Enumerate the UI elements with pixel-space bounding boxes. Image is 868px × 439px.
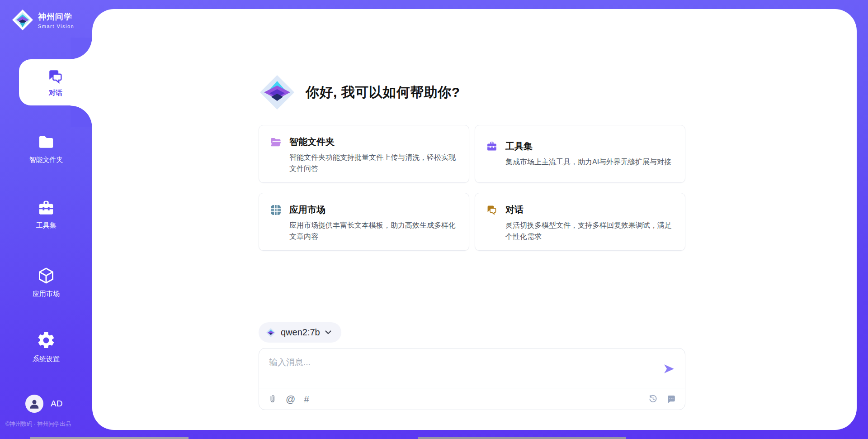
sidebar-item-label: 对话 [49, 89, 62, 97]
send-button[interactable] [663, 363, 675, 375]
card-smart-folder[interactable]: 智能文件夹 智能文件夹功能支持批量文件上传与清洗，轻松实现文件问答 [259, 125, 469, 183]
brand-text: 神州问学 Smart Vision [38, 11, 74, 29]
feature-cards: 智能文件夹 智能文件夹功能支持批量文件上传与清洗，轻松实现文件问答 工具集 集成… [259, 125, 685, 251]
sidebar-item-label: 应用市场 [33, 290, 60, 298]
sidebar-item-smart-folder[interactable]: 智能文件夹 [0, 133, 92, 164]
greeting-title: 你好, 我可以如何帮助你? [306, 83, 460, 102]
paperclip-icon [268, 394, 277, 404]
hashtag-button[interactable]: # [304, 394, 309, 405]
sidebar-item-label: 系统设置 [33, 355, 60, 363]
folder-icon [37, 133, 56, 151]
card-description: 灵活切换多模型文件，支持多样回复效果调试，满足个性化需求 [505, 220, 674, 243]
greeting: 你好, 我可以如何帮助你? [259, 73, 460, 111]
composer-toolbar: @ # [259, 388, 685, 410]
sidebar-item-settings[interactable]: 系统设置 [0, 330, 92, 363]
attachment-button[interactable] [268, 394, 277, 404]
folder-open-icon [270, 136, 282, 148]
history-button[interactable] [648, 394, 658, 404]
mention-icon: @ [286, 394, 295, 405]
card-toolbox[interactable]: 工具集 集成市场上主流工具，助力AI与外界无缝扩展与对接 [475, 125, 685, 183]
card-title: 应用市场 [289, 204, 326, 216]
history-icon [648, 394, 658, 404]
toolbox-icon [486, 140, 498, 152]
cube-icon [37, 266, 56, 285]
bottom-edge-strip [418, 437, 626, 439]
hashtag-icon: # [304, 394, 309, 405]
send-icon [663, 363, 675, 375]
composer: @ # [259, 348, 685, 410]
sidebar: 神州问学 Smart Vision 对话 智能文件夹 工具集 [0, 0, 92, 439]
toolbox-icon [37, 199, 56, 217]
card-title: 智能文件夹 [289, 136, 335, 148]
sidebar-item-toolbox[interactable]: 工具集 [0, 199, 92, 230]
brand-logo: 神州问学 Smart Vision [12, 9, 74, 31]
user-name: AD [51, 399, 62, 409]
card-chat[interactable]: 对话 灵活切换多模型文件，支持多样回复效果调试，满足个性化需求 [475, 193, 685, 251]
message-input[interactable] [259, 348, 685, 387]
main-panel: 你好, 我可以如何帮助你? 智能文件夹 智能文件夹功能支持批量文件上传与清洗，轻… [92, 9, 857, 430]
chat-icon [47, 68, 64, 85]
card-description: 智能文件夹功能支持批量文件上传与清洗，轻松实现文件问答 [289, 152, 458, 175]
comment-icon [666, 394, 676, 404]
tab-curve-top [71, 38, 92, 59]
card-app-market[interactable]: 应用市场 应用市场提供丰富长文本模板，助力高效生成多样化文章内容 [259, 193, 469, 251]
sidebar-item-label: 工具集 [36, 221, 57, 230]
bottom-edge-strip [30, 437, 189, 439]
model-selector[interactable]: qwen2:7b [259, 322, 341, 343]
card-description: 集成市场上主流工具，助力AI与外界无缝扩展与对接 [505, 157, 674, 168]
avatar [25, 395, 43, 413]
comment-button[interactable] [666, 394, 676, 404]
sidebar-item-chat[interactable]: 对话 [19, 59, 92, 105]
model-logo-icon [266, 328, 276, 338]
tab-curve-bottom [71, 105, 92, 127]
card-description: 应用市场提供丰富长文本模板，助力高效生成多样化文章内容 [289, 220, 458, 243]
model-name: qwen2:7b [281, 327, 320, 338]
card-title: 工具集 [505, 140, 533, 153]
chevron-down-icon [325, 330, 331, 334]
brand-diamond-icon [12, 9, 33, 31]
mention-button[interactable]: @ [286, 394, 295, 405]
app: 神州问学 Smart Vision 对话 智能文件夹 工具集 [0, 0, 868, 439]
assistant-logo-icon [259, 74, 296, 111]
grid-icon [270, 204, 282, 216]
sidebar-item-app-market[interactable]: 应用市场 [0, 266, 92, 298]
user-profile[interactable]: AD [25, 395, 62, 413]
card-title: 对话 [505, 204, 524, 216]
brand-subtitle: Smart Vision [38, 24, 74, 29]
sidebar-item-label: 智能文件夹 [29, 156, 63, 164]
gear-icon [36, 330, 56, 350]
copyright-text: ©神州数码 · 神州问学出品 [5, 420, 91, 428]
chat-icon [486, 204, 498, 216]
person-icon [28, 398, 40, 410]
brand-name: 神州问学 [38, 11, 74, 22]
